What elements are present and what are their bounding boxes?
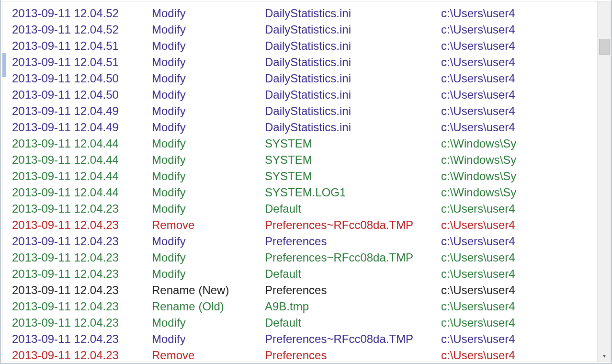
cell-timestamp: 2013-09-11 12.04.51 [12,54,152,70]
cell-action: Modify [152,250,265,266]
list-row[interactable]: 2013-09-11 12.04.52ModifyDailyStatistics… [12,22,597,38]
cell-timestamp: 2013-09-11 12.04.44 [12,152,152,168]
list-row[interactable]: 2013-09-11 12.04.44ModifySYSTEM.LOG1c:\W… [12,184,597,201]
list-row[interactable]: 2013-09-11 12.04.23ModifyPreferences~RFc… [12,331,597,347]
cell-filename: DailyStatistics.ini [265,119,441,136]
cell-filename: DailyStatistics.ini [265,103,441,119]
list-row[interactable]: 2013-09-11 12.04.23ModifyPreferences~RFc… [12,250,597,266]
cell-path: c:\Windows\Sy [441,184,597,201]
cell-path: c:\Users\user4 [441,54,597,70]
cell-timestamp: 2013-09-11 12.04.23 [12,201,152,217]
cell-path: c:\Users\user4 [441,250,597,266]
cell-path: c:\Users\user4 [441,5,597,22]
cell-action: Modify [152,201,265,217]
list-row[interactable]: 2013-09-11 12.04.44ModifySYSTEMc:\Window… [12,136,597,152]
cell-timestamp: 2013-09-11 12.04.23 [12,217,152,233]
cell-filename: Preferences [265,233,441,250]
list-row[interactable]: 2013-09-11 12.04.23Rename (New)Preferenc… [12,282,597,298]
vertical-scrollbar[interactable]: ▾ [597,1,611,362]
cell-filename: DailyStatistics.ini [265,87,441,103]
cell-filename: Preferences [265,347,441,362]
cell-timestamp: 2013-09-11 12.04.23 [12,233,152,250]
cell-path: c:\Users\user4 [441,70,597,87]
cell-path: c:\Windows\Sy [441,168,597,184]
cell-action: Modify [152,266,265,282]
cell-path: c:\Users\user4 [441,38,597,54]
window-inner: 2013-09-11 12.04.52ModifyDailyStatistics… [2,1,611,362]
list-row[interactable]: 2013-09-11 12.04.23ModifyPreferencesc:\U… [12,233,597,250]
cell-action: Modify [152,87,265,103]
cell-action: Modify [152,315,265,331]
cell-timestamp: 2013-09-11 12.04.50 [12,70,152,87]
cell-action: Remove [152,217,265,233]
list-row[interactable]: 2013-09-11 12.04.23ModifyDefaultc:\Users… [12,266,597,282]
cell-path: c:\Windows\Sy [441,152,597,168]
cell-filename: DailyStatistics.ini [265,5,441,22]
list-row[interactable]: 2013-09-11 12.04.44ModifySYSTEMc:\Window… [12,152,597,168]
cell-path: c:\Users\user4 [441,103,597,119]
cell-action: Modify [152,22,265,38]
cell-action: Modify [152,184,265,201]
cell-path: c:\Users\user4 [441,217,597,233]
list-row[interactable]: 2013-09-11 12.04.44ModifySYSTEMc:\Window… [12,168,597,184]
cell-filename: Preferences~RFcc08da.TMP [265,250,441,266]
cell-path: c:\Users\user4 [441,298,597,315]
cell-action: Modify [152,5,265,22]
cell-filename: Preferences~RFcc08da.TMP [265,331,441,347]
list-row[interactable]: 2013-09-11 12.04.49ModifyDailyStatistics… [12,119,597,136]
cell-timestamp: 2013-09-11 12.04.44 [12,184,152,201]
scrollbar-thumb[interactable] [599,39,610,55]
list-row[interactable]: 2013-09-11 12.04.50ModifyDailyStatistics… [12,87,597,103]
cell-timestamp: 2013-09-11 12.04.49 [12,119,152,136]
list-row[interactable]: 2013-09-11 12.04.23Rename (Old)A9B.tmpc:… [12,298,597,315]
cell-path: c:\Users\user4 [441,347,597,362]
cell-timestamp: 2013-09-11 12.04.23 [12,282,152,298]
cell-path: c:\Users\user4 [441,331,597,347]
cell-action: Modify [152,168,265,184]
cell-action: Modify [152,233,265,250]
cell-filename: DailyStatistics.ini [265,70,441,87]
cell-filename: SYSTEM [265,152,441,168]
list-row[interactable]: 2013-09-11 12.04.23RemovePreferences~RFc… [12,217,597,233]
cell-filename: Preferences [265,282,441,298]
list-row[interactable]: 2013-09-11 12.04.23ModifyDefaultc:\Users… [12,201,597,217]
cell-action: Modify [152,152,265,168]
cell-timestamp: 2013-09-11 12.04.52 [12,22,152,38]
selection-accent [2,53,6,77]
cell-filename: Default [265,315,441,331]
cell-timestamp: 2013-09-11 12.04.44 [12,136,152,152]
cell-action: Rename (Old) [152,298,265,315]
file-activity-list: 2013-09-11 12.04.52ModifyDailyStatistics… [7,1,597,362]
list-row[interactable]: 2013-09-11 12.04.49ModifyDailyStatistics… [12,103,597,119]
cell-filename: DailyStatistics.ini [265,54,441,70]
list-row[interactable]: 2013-09-11 12.04.50ModifyDailyStatistics… [12,70,597,87]
cell-timestamp: 2013-09-11 12.04.23 [12,315,152,331]
scroll-down-arrow-icon[interactable]: ▾ [600,351,609,361]
cell-path: c:\Users\user4 [441,233,597,250]
cell-path: c:\Users\user4 [441,22,597,38]
cell-action: Modify [152,103,265,119]
cell-filename: Preferences~RFcc08da.TMP [265,217,441,233]
list-row[interactable]: 2013-09-11 12.04.51ModifyDailyStatistics… [12,54,597,70]
cell-timestamp: 2013-09-11 12.04.23 [12,250,152,266]
cell-action: Modify [152,38,265,54]
cell-action: Modify [152,136,265,152]
list-row[interactable]: 2013-09-11 12.04.52ModifyDailyStatistics… [12,5,597,22]
list-row[interactable]: 2013-09-11 12.04.23RemovePreferencesc:\U… [12,347,597,362]
cell-path: c:\Users\user4 [441,282,597,298]
cell-filename: Default [265,266,441,282]
cell-path: c:\Users\user4 [441,201,597,217]
cell-timestamp: 2013-09-11 12.04.23 [12,266,152,282]
cell-filename: Default [265,201,441,217]
cell-action: Rename (New) [152,282,265,298]
cell-filename: SYSTEM.LOG1 [265,184,441,201]
list-row[interactable]: 2013-09-11 12.04.51ModifyDailyStatistics… [12,38,597,54]
cell-timestamp: 2013-09-11 12.04.49 [12,103,152,119]
cell-action: Modify [152,119,265,136]
cell-filename: A9B.tmp [265,298,441,315]
cell-path: c:\Users\user4 [441,266,597,282]
cell-timestamp: 2013-09-11 12.04.23 [12,298,152,315]
list-row[interactable]: 2013-09-11 12.04.23ModifyDefaultc:\Users… [12,315,597,331]
cell-filename: DailyStatistics.ini [265,38,441,54]
cell-path: c:\Windows\Sy [441,136,597,152]
